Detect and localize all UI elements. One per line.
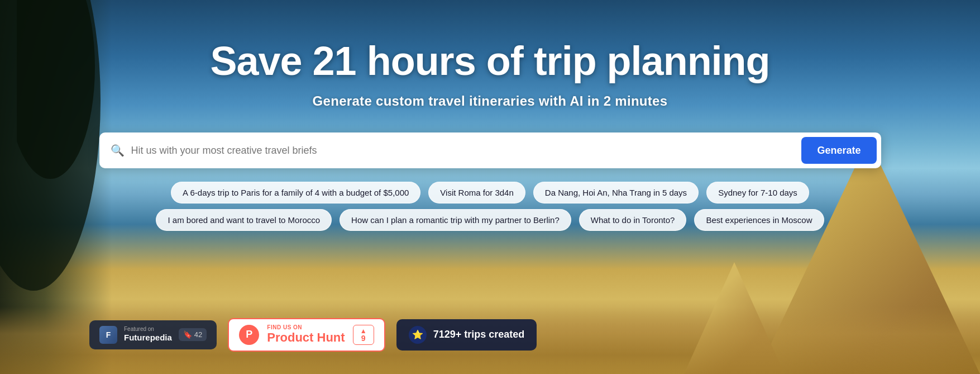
- suggestions-row-1: A 6-days trip to Paris for a family of 4…: [99, 182, 881, 203]
- search-bar: 🔍 Generate: [99, 132, 881, 168]
- producthunt-arrow-icon: ▲: [360, 328, 367, 334]
- producthunt-name: Product Hunt: [267, 330, 345, 345]
- producthunt-text: FIND US ON Product Hunt: [267, 325, 345, 345]
- trips-badge[interactable]: ⭐ 7129+ trips created: [396, 319, 537, 351]
- producthunt-badge[interactable]: P FIND US ON Product Hunt ▲ 9: [228, 318, 385, 352]
- page-title: Save 21 hours of trip planning: [210, 39, 769, 83]
- suggestion-roma[interactable]: Visit Roma for 3d4n: [428, 182, 525, 203]
- search-icon: 🔍: [111, 144, 125, 157]
- futurepedia-text: Featured on Futurepedia: [124, 326, 172, 343]
- suggestion-morocco[interactable]: I am bored and want to travel to Morocco: [156, 209, 332, 231]
- generate-button[interactable]: Generate: [801, 137, 876, 164]
- producthunt-votes: ▲ 9: [353, 325, 374, 345]
- suggestion-danang[interactable]: Da Nang, Hoi An, Nha Trang in 5 days: [533, 182, 699, 203]
- suggestions-row-2: I am bored and want to travel to Morocco…: [99, 209, 881, 231]
- suggestion-moscow[interactable]: Best experiences in Moscow: [694, 209, 824, 231]
- futurepedia-badge[interactable]: F Featured on Futurepedia 🔖 42: [89, 320, 217, 349]
- star-icon: ⭐: [409, 326, 427, 344]
- bookmark-icon: 🔖: [183, 330, 192, 339]
- futurepedia-name: Futurepedia: [124, 332, 172, 343]
- suggestion-sydney[interactable]: Sydney for 7-10 days: [706, 182, 809, 203]
- suggestion-berlin[interactable]: How can I plan a romantic trip with my p…: [340, 209, 571, 231]
- futurepedia-icon: F: [99, 326, 117, 344]
- search-container: 🔍 Generate: [99, 132, 881, 168]
- futurepedia-count: 🔖 42: [179, 328, 207, 341]
- producthunt-logo: P: [239, 325, 259, 345]
- bottom-badges: F Featured on Futurepedia 🔖 42 P FIND US…: [89, 318, 537, 352]
- producthunt-vote-count: 9: [361, 334, 366, 342]
- search-input[interactable]: [131, 145, 802, 157]
- futurepedia-featured-label: Featured on: [124, 326, 172, 332]
- trips-count-label: 7129+ trips created: [433, 329, 525, 340]
- suggestion-paris[interactable]: A 6-days trip to Paris for a family of 4…: [171, 182, 420, 203]
- page-subtitle: Generate custom travel itineraries with …: [313, 93, 668, 109]
- producthunt-find-us-label: FIND US ON: [267, 325, 345, 330]
- suggestion-toronto[interactable]: What to do in Toronto?: [579, 209, 687, 231]
